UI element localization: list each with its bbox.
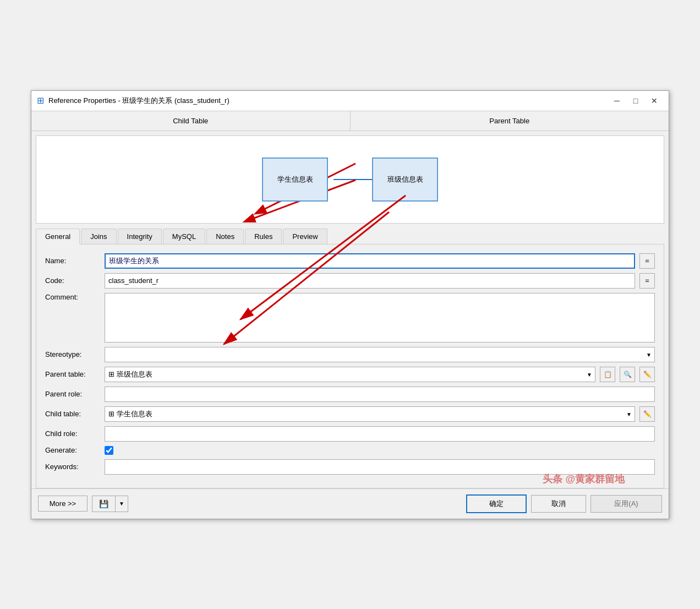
tab-general[interactable]: General bbox=[36, 229, 80, 244]
save-dropdown-button[interactable]: ▼ bbox=[115, 496, 128, 512]
window-icon: ⊞ bbox=[37, 95, 44, 106]
cancel-button[interactable]: 取消 bbox=[531, 495, 586, 513]
minimize-button[interactable]: ─ bbox=[608, 94, 626, 107]
content-area: Name: 班级学生的关系 = Code: class_student_r = … bbox=[36, 244, 664, 488]
parent-role-row: Parent role: bbox=[45, 387, 655, 402]
child-role-row: Child role: bbox=[45, 426, 655, 442]
child-role-label: Child role: bbox=[45, 429, 100, 438]
keywords-row: Keywords: bbox=[45, 459, 655, 475]
save-button[interactable]: 💾 bbox=[92, 496, 115, 512]
name-row: Name: 班级学生的关系 = bbox=[45, 253, 655, 269]
parent-table-new-btn[interactable]: ✏️ bbox=[639, 367, 655, 382]
child-table-new-btn[interactable]: ✏️ bbox=[639, 406, 655, 422]
keywords-input[interactable] bbox=[105, 459, 655, 475]
child-table-select-wrapper: ⊞ 学生信息表 bbox=[105, 406, 635, 422]
more-button[interactable]: More >> bbox=[38, 496, 88, 512]
stereotype-select[interactable] bbox=[105, 347, 655, 362]
window-controls: ─ □ ✕ bbox=[608, 94, 663, 107]
parent-table-find-btn[interactable]: 🔍 bbox=[620, 367, 635, 382]
main-window: ⊞ Reference Properties - 班级学生的关系 (class_… bbox=[31, 90, 669, 519]
generate-row: Generate: bbox=[45, 446, 655, 455]
stereotype-row: Stereotype: bbox=[45, 347, 655, 362]
window-title: Reference Properties - 班级学生的关系 (class_st… bbox=[48, 96, 604, 106]
tab-preview[interactable]: Preview bbox=[283, 229, 327, 244]
tab-notes[interactable]: Notes bbox=[206, 229, 244, 244]
maximize-button[interactable]: □ bbox=[627, 94, 644, 107]
confirm-button[interactable]: 确定 bbox=[466, 494, 527, 513]
child-table-row: Child table: ⊞ 学生信息表 ✏️ bbox=[45, 406, 655, 422]
child-table-header: Child Table bbox=[31, 111, 351, 130]
close-button[interactable]: ✕ bbox=[646, 94, 663, 107]
comment-label: Comment: bbox=[45, 293, 100, 301]
table-header: Child Table Parent Table bbox=[31, 111, 669, 131]
parent-table-header: Parent Table bbox=[351, 111, 669, 130]
name-input[interactable]: 班级学生的关系 bbox=[105, 253, 635, 269]
child-table-select[interactable]: ⊞ 学生信息表 bbox=[105, 406, 635, 422]
comment-row: Comment: bbox=[45, 293, 655, 342]
save-group: 💾 ▼ bbox=[92, 496, 128, 512]
child-role-input[interactable] bbox=[105, 426, 655, 442]
code-eq-button[interactable]: = bbox=[639, 273, 655, 289]
code-row: Code: class_student_r = bbox=[45, 273, 655, 289]
parent-table-edit-btn[interactable]: 📋 bbox=[600, 367, 615, 382]
child-table-name: 学生信息表 bbox=[277, 175, 313, 184]
child-table-label: Child table: bbox=[45, 410, 100, 418]
stereotype-select-wrapper bbox=[105, 347, 655, 362]
code-input[interactable]: class_student_r bbox=[105, 273, 635, 289]
tab-integrity[interactable]: Integrity bbox=[118, 229, 162, 244]
apply-button[interactable]: 应用(A) bbox=[590, 495, 662, 513]
stereotype-label: Stereotype: bbox=[45, 350, 100, 358]
bottom-bar: More >> 💾 ▼ 确定 取消 应用(A) bbox=[31, 488, 669, 519]
name-label: Name: bbox=[45, 257, 100, 265]
generate-label: Generate: bbox=[45, 446, 100, 454]
tab-mysql[interactable]: MySQL bbox=[163, 229, 205, 244]
parent-table-select-wrapper: ⊞ 班级信息表 bbox=[105, 367, 595, 382]
parent-table-row: Parent table: ⊞ 班级信息表 📋 🔍 ✏️ bbox=[45, 367, 655, 382]
tab-bar: General Joins Integrity MySQL Notes Rule… bbox=[36, 228, 664, 244]
tab-joins[interactable]: Joins bbox=[81, 229, 116, 244]
code-label: Code: bbox=[45, 276, 100, 285]
generate-checkbox[interactable] bbox=[105, 446, 113, 455]
parent-role-label: Parent role: bbox=[45, 390, 100, 398]
parent-table-select[interactable]: ⊞ 班级信息表 bbox=[105, 367, 595, 382]
parent-table-name: 班级信息表 bbox=[387, 175, 423, 184]
name-eq-button[interactable]: = bbox=[639, 253, 655, 269]
comment-textarea[interactable] bbox=[105, 293, 655, 342]
title-bar: ⊞ Reference Properties - 班级学生的关系 (class_… bbox=[31, 91, 669, 111]
keywords-label: Keywords: bbox=[45, 463, 100, 471]
parent-role-input[interactable] bbox=[105, 387, 655, 402]
parent-table-label: Parent table: bbox=[45, 370, 100, 378]
diagram-area: 学生信息表 班级信息表 bbox=[36, 135, 664, 224]
tab-rules[interactable]: Rules bbox=[245, 229, 282, 244]
parent-table-box: 班级信息表 bbox=[372, 157, 438, 202]
child-table-box: 学生信息表 bbox=[262, 157, 328, 202]
